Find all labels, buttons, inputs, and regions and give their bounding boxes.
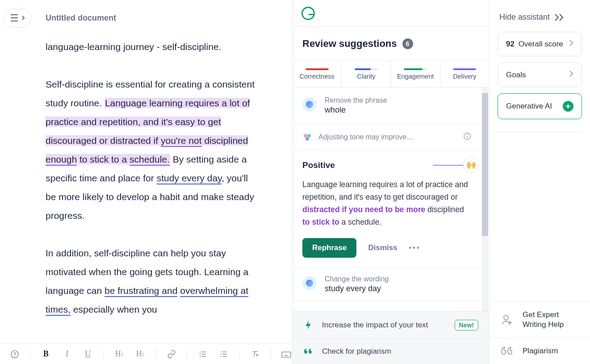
tone-text: Adjusting tone may improve…: [318, 133, 414, 141]
svg-point-4: [14, 356, 15, 356]
suggestion-text: whole: [325, 105, 471, 115]
document-body[interactable]: language-learning journey - self-discipl…: [46, 38, 255, 342]
paragraph: Self-discipline is essential for creatin…: [46, 75, 255, 225]
generative-ai-button[interactable]: Generative AI ✦: [498, 93, 582, 119]
italic-button[interactable]: I: [61, 348, 72, 360]
hide-assistant-button[interactable]: Hide assistant: [490, 13, 590, 32]
suggestions-footer: Increase the impact of your text New! Ch…: [293, 311, 489, 364]
plagiarism-label: Plagiarism: [523, 346, 558, 356]
svg-point-30: [467, 134, 468, 135]
svg-point-25: [304, 134, 307, 138]
bolt-icon: [303, 320, 313, 330]
goals-button[interactable]: Goals: [498, 63, 582, 87]
keyboard-icon[interactable]: [281, 348, 292, 360]
menu-button[interactable]: [4, 8, 31, 28]
tone-flower-icon: [302, 132, 312, 142]
svg-point-33: [504, 315, 508, 320]
svg-marker-32: [305, 321, 311, 330]
svg-text:3: 3: [200, 355, 201, 357]
new-badge: New!: [455, 320, 478, 331]
suggestions-panel: Review suggestions 6 Correctness Clarity…: [292, 0, 490, 364]
editor-column: Untitled document language-learning jour…: [0, 0, 292, 364]
suggestions-count-badge: 6: [402, 38, 413, 49]
quotes-icon: [303, 348, 313, 355]
suggestion-item[interactable]: Remove the phrase whole: [293, 88, 481, 124]
expert-help-label: Get Expert Writing Help: [523, 310, 576, 330]
svg-point-15: [221, 353, 222, 354]
brand-bar: [293, 0, 489, 27]
suggestion-text: study every day: [325, 284, 471, 293]
tab-correctness[interactable]: Correctness: [293, 61, 342, 87]
clarity-dot-icon: [302, 276, 317, 290]
scrollbar-thumb[interactable]: [482, 93, 488, 236]
tab-clarity[interactable]: Clarity: [342, 61, 391, 87]
bold-button[interactable]: B: [40, 348, 51, 360]
sparkle-icon: ✦: [563, 101, 573, 112]
svg-point-14: [221, 351, 222, 352]
plagiarism-row[interactable]: Check for plagiarism: [293, 339, 489, 364]
tone-row[interactable]: Adjusting tone may improve…: [293, 124, 481, 151]
unordered-list-button[interactable]: [218, 348, 230, 360]
document-title[interactable]: Untitled document: [46, 13, 116, 23]
info-icon[interactable]: [463, 132, 471, 142]
svg-point-24: [306, 101, 313, 108]
more-options-button[interactable]: •••: [409, 244, 421, 252]
ordered-list-button[interactable]: 123: [197, 348, 209, 360]
positive-card: Positive 🙌 Language learning requires a …: [293, 151, 481, 268]
suggestion-item[interactable]: Change the wording study every day: [293, 268, 481, 301]
rephrase-button[interactable]: Rephrase: [302, 238, 356, 258]
suggestion-label: Remove the phrase: [325, 96, 471, 105]
paragraph: language-learning journey - self-discipl…: [46, 38, 255, 56]
svg-point-26: [307, 134, 311, 138]
svg-rect-17: [282, 352, 291, 357]
person-icon: [499, 314, 515, 326]
svg-point-16: [221, 356, 222, 356]
h1-button[interactable]: H1: [113, 348, 125, 360]
celebrate-emoji-icon: 🙌: [463, 157, 479, 173]
link-button[interactable]: [166, 348, 177, 360]
positive-title: Positive: [302, 160, 335, 170]
svg-point-31: [306, 280, 313, 287]
plagiarism-button[interactable]: Plagiarism: [490, 338, 590, 364]
tone-gauge: 🙌: [433, 165, 471, 166]
underline-button[interactable]: U: [82, 348, 93, 360]
tab-delivery[interactable]: Delivery: [440, 61, 489, 87]
quotes-outline-icon: [499, 346, 515, 356]
impact-row[interactable]: Increase the impact of your text New!: [293, 312, 489, 339]
expert-help-button[interactable]: Get Expert Writing Help: [490, 301, 590, 338]
overall-score-button[interactable]: 92 Overall score: [498, 32, 582, 56]
formatting-toolbar: B I U H1 H2 123: [0, 343, 292, 364]
grammarly-logo-icon: [301, 7, 315, 20]
review-suggestions-title: Review suggestions: [302, 38, 397, 50]
tab-engagement[interactable]: Engagement: [391, 61, 440, 87]
suggestion-label: Change the wording: [325, 275, 471, 283]
paragraph: In addition, self-discipline can help yo…: [46, 244, 255, 319]
assistant-panel: Hide assistant 92 Overall score Goals Ge…: [490, 0, 590, 364]
category-tabs: Correctness Clarity Engagement Delivery: [293, 61, 489, 88]
dismiss-button[interactable]: Dismiss: [368, 243, 397, 252]
help-icon[interactable]: [9, 348, 20, 360]
svg-point-27: [305, 137, 309, 141]
h2-button[interactable]: H2: [134, 348, 146, 360]
clear-format-button[interactable]: [250, 348, 261, 360]
clarity-dot-icon: [302, 97, 317, 112]
positive-rewrite-text: Language learning requires a lot of prac…: [302, 178, 471, 228]
